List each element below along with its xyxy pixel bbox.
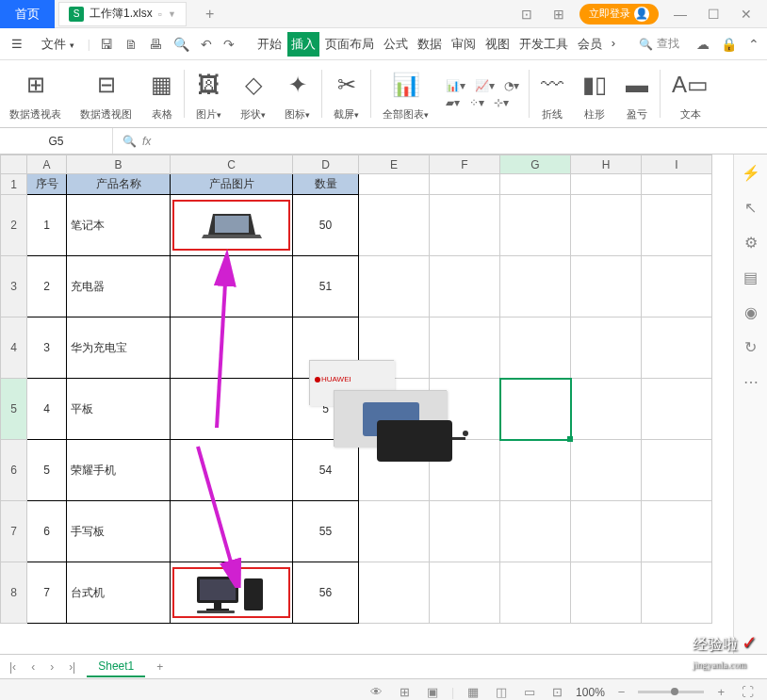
save-as-icon[interactable]: 🗎 <box>122 35 139 54</box>
tab-view[interactable]: 视图 <box>481 32 514 57</box>
file-tab[interactable]: S 工作簿1.xlsx ▫ ▼ <box>58 2 187 26</box>
panel-select-icon[interactable]: ↖ <box>744 199 757 217</box>
center-icon[interactable]: ▣ <box>423 685 442 699</box>
panel-settings-icon[interactable]: ⚙ <box>744 234 758 252</box>
cell[interactable]: 手写板 <box>67 501 171 562</box>
col-header-C[interactable]: C <box>171 155 293 174</box>
panel-help-icon[interactable]: ◉ <box>744 303 758 321</box>
row-header-3[interactable]: 3 <box>1 256 27 317</box>
cell[interactable]: 笔记本 <box>67 195 171 256</box>
ribbon-table[interactable]: ▦ 表格 <box>141 64 182 123</box>
cell[interactable]: 台式机 <box>67 562 171 624</box>
cell[interactable] <box>171 195 293 256</box>
cell[interactable] <box>500 195 571 256</box>
col-header-H[interactable]: H <box>571 155 642 174</box>
ribbon-text[interactable]: A▭ 文本 <box>662 64 718 123</box>
row-header-5[interactable]: 5 <box>1 379 27 440</box>
ribbon-line[interactable]: 〰 折线 <box>531 64 573 123</box>
line-chart-icon[interactable]: 📈▾ <box>475 79 495 92</box>
cell[interactable] <box>430 195 500 256</box>
selected-cell-G5[interactable] <box>500 379 571 440</box>
zoom-slider[interactable] <box>638 691 704 693</box>
cell[interactable] <box>359 562 430 624</box>
cell[interactable] <box>171 317 293 379</box>
cell[interactable]: 充电器 <box>67 256 171 317</box>
tab-start[interactable]: 开始 <box>253 32 286 57</box>
tab-formula[interactable]: 公式 <box>380 32 412 57</box>
col-header-F[interactable]: F <box>430 155 500 174</box>
cell[interactable] <box>171 440 293 501</box>
tab-member[interactable]: 会员 <box>574 32 606 57</box>
cell[interactable] <box>642 317 712 379</box>
cell[interactable] <box>571 501 642 562</box>
scatter-chart-icon[interactable]: ⁘▾ <box>469 96 484 109</box>
fullscreen-icon[interactable]: ⛶ <box>738 685 758 699</box>
sheet-nav-next[interactable]: › <box>46 660 57 674</box>
cell[interactable] <box>642 195 712 256</box>
header-cell[interactable]: 产品图片 <box>171 174 293 195</box>
row-header-8[interactable]: 8 <box>1 562 27 624</box>
ribbon-icons[interactable]: ✦ 图标▾ <box>275 64 319 123</box>
cell[interactable] <box>500 501 571 562</box>
home-tab[interactable]: 首页 <box>0 0 55 28</box>
view-normal-icon[interactable]: ▦ <box>464 685 482 699</box>
cell[interactable] <box>171 256 293 317</box>
tab-more[interactable]: › <box>608 32 619 57</box>
cell[interactable] <box>500 256 571 317</box>
search-box[interactable]: 🔍 查找 <box>631 34 687 54</box>
cell[interactable] <box>500 562 571 624</box>
cell[interactable] <box>571 174 642 195</box>
row-header-2[interactable]: 2 <box>1 195 27 256</box>
ribbon-pivot-table[interactable]: ⊞ 数据透视表 <box>0 64 71 123</box>
cell[interactable]: 50 <box>293 195 359 256</box>
cell[interactable] <box>571 256 642 317</box>
panel-props-icon[interactable]: ▤ <box>743 269 758 286</box>
cell[interactable] <box>359 174 430 195</box>
row-header-7[interactable]: 7 <box>1 501 27 562</box>
undo-icon[interactable]: ↶ <box>199 35 214 54</box>
cell[interactable] <box>171 379 293 440</box>
view-break-icon[interactable]: ▭ <box>520 685 539 699</box>
more-chart-icon[interactable]: ⊹▾ <box>494 96 509 109</box>
cell[interactable] <box>500 174 571 195</box>
floating-image-3[interactable] <box>367 411 471 469</box>
tab-data[interactable]: 数据 <box>414 32 446 57</box>
collapse-ribbon-icon[interactable]: ⌃ <box>746 35 761 54</box>
cell[interactable]: 56 <box>293 562 359 624</box>
ribbon-column[interactable]: ▮▯ 柱形 <box>573 64 616 123</box>
ribbon-winloss[interactable]: ▬ 盈亏 <box>616 64 658 123</box>
cell[interactable] <box>642 379 712 440</box>
row-header-4[interactable]: 4 <box>1 317 27 379</box>
row-header-6[interactable]: 6 <box>1 440 27 501</box>
cell[interactable] <box>430 562 500 624</box>
cell[interactable]: 3 <box>27 317 67 379</box>
tab-review[interactable]: 审阅 <box>448 32 480 57</box>
row-header-1[interactable]: 1 <box>1 174 27 195</box>
ribbon-shapes[interactable]: ◇ 形状▾ <box>231 64 275 123</box>
col-header-I[interactable]: I <box>642 155 712 174</box>
search-fn-icon[interactable]: 🔍 <box>122 135 137 148</box>
cell[interactable] <box>571 440 642 501</box>
cell[interactable] <box>430 256 500 317</box>
print-icon[interactable]: 🖶 <box>147 35 164 54</box>
cell[interactable] <box>571 562 642 624</box>
ribbon-charts[interactable]: 📊 全部图表▾ <box>373 64 438 123</box>
tab-menu-icon[interactable]: ▫ <box>158 8 162 21</box>
cell[interactable] <box>171 501 293 562</box>
cell[interactable]: 2 <box>27 256 67 317</box>
cell[interactable] <box>430 174 500 195</box>
sheet-nav-last[interactable]: ›| <box>65 660 79 674</box>
cell[interactable] <box>500 317 571 379</box>
header-cell[interactable]: 产品名称 <box>67 174 171 195</box>
col-header-B[interactable]: B <box>67 155 171 174</box>
cell[interactable] <box>500 440 571 501</box>
sheet-grid[interactable]: A B C D E F G H I 1 序号 产品名称 产品图片 数量 2 1 <box>0 155 733 654</box>
save-icon[interactable]: 🖫 <box>98 35 115 54</box>
cloud-icon[interactable]: ☁ <box>694 35 711 54</box>
lock-icon[interactable]: 🔒 <box>719 35 739 54</box>
cell[interactable] <box>571 317 642 379</box>
cell[interactable] <box>642 562 712 624</box>
zoom-fit-icon[interactable]: ⊡ <box>548 685 566 699</box>
sheet-tab[interactable]: Sheet1 <box>87 657 145 677</box>
ribbon-pivot-chart[interactable]: ⊟ 数据透视图 <box>71 64 141 123</box>
